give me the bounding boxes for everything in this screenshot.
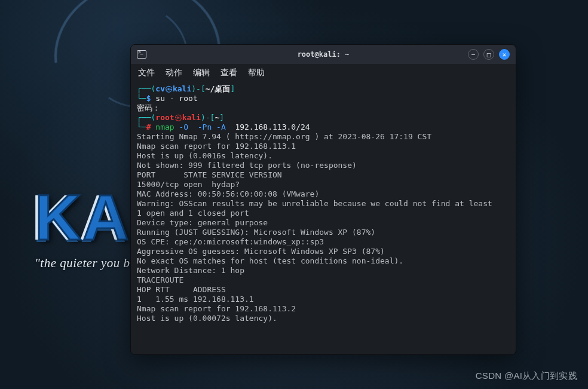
password-prompt: 密码： (137, 103, 510, 113)
terminal-icon (137, 50, 146, 59)
minimize-button[interactable]: − (468, 49, 479, 60)
menu-view[interactable]: 查看 (220, 68, 237, 78)
output-line: HOP RTT ADDRESS (137, 285, 510, 295)
window-buttons: − □ ✕ (468, 49, 510, 60)
output-line: Running (JUST GUESSING): Microsoft Windo… (137, 228, 510, 237)
output-line: 15000/tcp open hydap? (137, 180, 510, 189)
close-button[interactable]: ✕ (499, 49, 510, 60)
output-line: Host is up (0.00072s latency). (137, 314, 510, 323)
menu-file[interactable]: 文件 (138, 68, 155, 78)
terminal-body[interactable]: ┌──(cv㉿kali)-[~/桌面]└─$ su - root密码：┌──(r… (131, 82, 516, 354)
output-line: Host is up (0.0016s latency). (137, 151, 510, 161)
menu-edit[interactable]: 编辑 (193, 68, 210, 78)
terminal-menubar: 文件 动作 编辑 查看 帮助 (131, 64, 516, 82)
output-line: Starting Nmap 7.94 ( https://nmap.org ) … (137, 132, 510, 142)
output-line: Warning: OSScan results may be unreliabl… (137, 199, 510, 209)
watermark: CSDN @AI从入门到实践 (476, 370, 577, 382)
menu-actions[interactable]: 动作 (166, 68, 182, 78)
prompt-line-1: ┌──(cv㉿kali)-[~/桌面] (137, 84, 510, 94)
prompt-line-2b: └─# nmap -O -Pn -A 192.168.113.0/24 (137, 122, 510, 132)
output-line: 1 1.55 ms 192.168.113.1 (137, 295, 510, 304)
output-line: Nmap scan report for 192.168.113.2 (137, 304, 510, 314)
output-line: Aggressive OS guesses: Microsoft Windows… (137, 247, 510, 256)
output-line: MAC Address: 00:50:56:C0:00:08 (VMware) (137, 189, 510, 199)
output-line: Device type: general purpose (137, 218, 510, 228)
output-line: OS CPE: cpe:/o:microsoft:windows_xp::sp3 (137, 237, 510, 247)
output-line: 1 open and 1 closed port (137, 209, 510, 218)
output-line: Network Distance: 1 hop (137, 266, 510, 275)
menu-help[interactable]: 帮助 (248, 68, 265, 78)
output-line: Nmap scan report for 192.168.113.1 (137, 142, 510, 151)
terminal-window[interactable]: root@kali: ~ − □ ✕ 文件 动作 编辑 查看 帮助 ┌──(cv… (130, 44, 516, 355)
output-line: No exact OS matches for host (test condi… (137, 256, 510, 266)
output-line: TRACEROUTE (137, 275, 510, 285)
maximize-button[interactable]: □ (483, 49, 494, 60)
output-line: PORT STATE SERVICE VERSION (137, 170, 510, 180)
terminal-title: root@kali: ~ (131, 50, 516, 59)
terminal-titlebar[interactable]: root@kali: ~ − □ ✕ (131, 45, 516, 64)
prompt-line-2: ┌──(root㉿kali)-[~] (137, 113, 510, 122)
prompt-line-1b: └─$ su - root (137, 94, 510, 103)
output-line: Not shown: 999 filtered tcp ports (no-re… (137, 161, 510, 170)
